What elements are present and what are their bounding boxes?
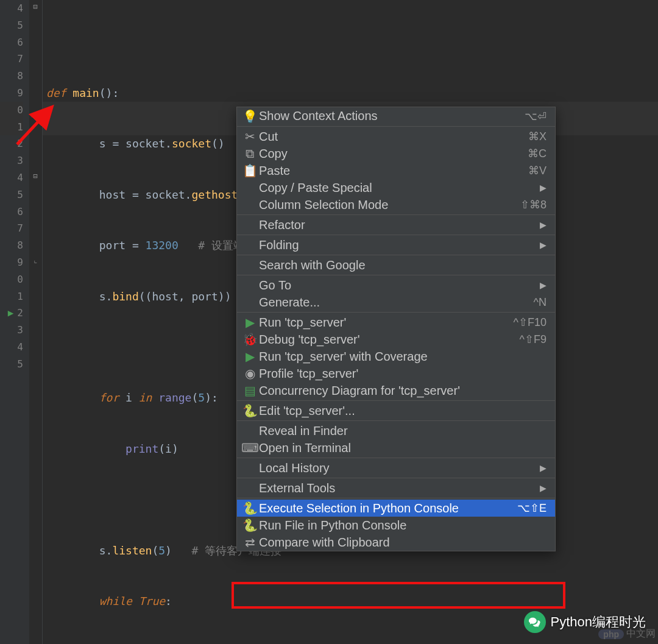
shield-play-icon: ▶ <box>243 349 256 364</box>
concurrency-item[interactable]: ▤ Concurrency Diagram for 'tcp_server' <box>237 382 555 399</box>
python-run-icon: 🐍 <box>243 518 256 533</box>
external-tools-item[interactable]: External Tools▶ <box>237 479 555 497</box>
search-google-item[interactable]: Search with Google <box>237 257 555 274</box>
fold-column: ⊟ ⊟ ⌞ <box>29 0 43 644</box>
run-item[interactable]: ▶ Run 'tcp_server'^⇧F10 <box>237 314 555 331</box>
column-selection-item[interactable]: Column Selection Mode⇧⌘8 <box>237 196 555 213</box>
line-number-gutter: 4 5 6 7 8 9 0 1 2 3 4 5 6 7 8 9 0 1 ▶2 3… <box>0 0 29 644</box>
python-icon: 🐍 <box>243 403 256 418</box>
scissors-icon: ✂ <box>243 129 256 144</box>
line-number: 4 <box>0 0 23 17</box>
fold-end-icon[interactable]: ⌞ <box>31 256 40 264</box>
submenu-arrow-icon: ▶ <box>540 183 547 193</box>
run-file-console-item[interactable]: 🐍 Run File in Python Console <box>237 517 555 534</box>
compare-clipboard-item[interactable]: ⇄ Compare with Clipboard <box>237 534 555 551</box>
local-history-item[interactable]: Local History▶ <box>237 459 555 476</box>
diagram-icon: ▤ <box>243 383 256 398</box>
submenu-arrow-icon: ▶ <box>540 280 547 290</box>
reveal-finder-item[interactable]: Reveal in Finder <box>237 422 555 439</box>
coverage-item[interactable]: ▶ Run 'tcp_server' with Coverage <box>237 348 555 365</box>
gauge-icon: ◉ <box>243 366 256 381</box>
refactor-item[interactable]: Refactor▶ <box>237 216 555 233</box>
generate-item[interactable]: Generate...^N <box>237 294 555 311</box>
folding-item[interactable]: Folding▶ <box>237 236 555 253</box>
fold-toggle-icon[interactable]: ⊟ <box>31 172 40 180</box>
paste-item[interactable]: 📋 Paste⌘V <box>237 162 555 179</box>
edit-config-item[interactable]: 🐍 Edit 'tcp_server'... <box>237 402 555 419</box>
submenu-arrow-icon: ▶ <box>540 240 547 250</box>
submenu-arrow-icon: ▶ <box>540 220 547 230</box>
execute-selection-item[interactable]: 🐍 Execute Selection in Python Console⌥⇧E <box>237 500 555 517</box>
bulb-icon: 💡 <box>243 109 256 124</box>
wechat-icon <box>524 611 546 633</box>
play-icon: ▶ <box>243 315 256 330</box>
open-terminal-item[interactable]: ⌨ Open in Terminal <box>237 439 555 456</box>
context-menu: 💡 Show Context Actions ⌥⏎ ✂ Cut⌘X ⧉ Copy… <box>236 107 556 551</box>
fold-toggle-icon[interactable]: ⊟ <box>31 2 40 11</box>
php-watermark: php中文网 <box>598 628 656 640</box>
debug-item[interactable]: 🐞 Debug 'tcp_server'^⇧F9 <box>237 331 555 348</box>
goto-item[interactable]: Go To▶ <box>237 277 555 294</box>
clipboard-icon: 📋 <box>243 163 256 178</box>
submenu-arrow-icon: ▶ <box>540 483 547 493</box>
terminal-icon: ⌨ <box>243 441 256 455</box>
profile-item[interactable]: ◉ Profile 'tcp_server' <box>237 365 555 382</box>
context-actions-item[interactable]: 💡 Show Context Actions ⌥⏎ <box>237 107 555 125</box>
diff-icon: ⇄ <box>243 535 256 550</box>
bug-icon: 🐞 <box>243 332 256 347</box>
submenu-arrow-icon: ▶ <box>540 463 547 473</box>
run-gutter-icon[interactable]: ▶ <box>8 305 14 322</box>
cut-item[interactable]: ✂ Cut⌘X <box>237 128 555 145</box>
python-console-icon: 🐍 <box>243 501 256 515</box>
copy-paste-special-item[interactable]: Copy / Paste Special▶ <box>237 179 555 196</box>
copy-item[interactable]: ⧉ Copy⌘C <box>237 145 555 162</box>
copy-icon: ⧉ <box>243 147 256 161</box>
